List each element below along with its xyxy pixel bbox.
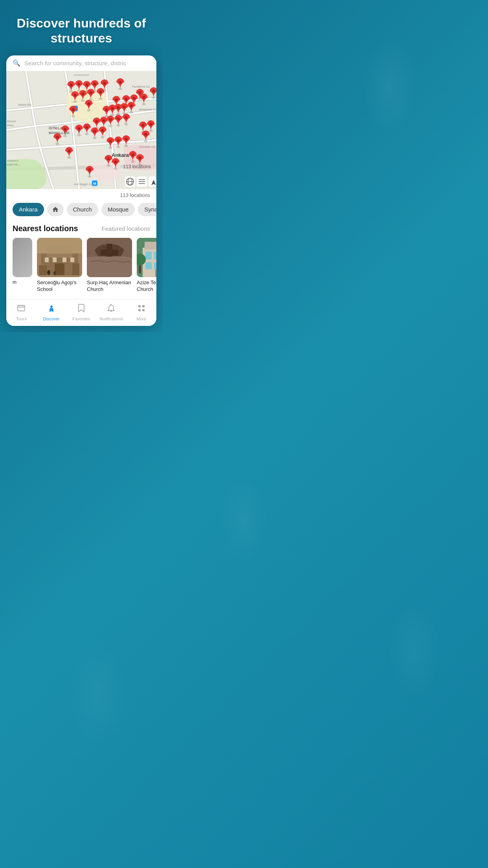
svg-text:Ankara: Ankara (112, 152, 129, 158)
svg-point-72 (109, 118, 112, 121)
svg-point-86 (101, 129, 104, 132)
svg-point-62 (130, 104, 133, 107)
svg-rect-131 (70, 257, 74, 262)
svg-point-66 (88, 102, 90, 105)
svg-point-90 (150, 123, 152, 125)
svg-point-100 (68, 149, 71, 152)
svg-text:Atatürk Blv.: Atatürk Blv. (18, 103, 32, 106)
svg-point-133 (53, 271, 56, 275)
serceoglu-name: Serceoğlu Agop's School (37, 280, 82, 293)
svg-point-175 (50, 305, 53, 308)
svg-point-112 (88, 168, 91, 171)
nav-favorites[interactable]: Favorites (70, 303, 93, 321)
location-card-partial[interactable]: m (13, 238, 32, 293)
nav-favorites-label: Favorites (72, 316, 90, 321)
azize-name: Azize Tereza Church (137, 280, 156, 293)
svg-point-98 (125, 138, 128, 140)
svg-rect-150 (155, 269, 156, 277)
nav-notifications[interactable]: Notifications (99, 303, 123, 321)
svg-point-48 (125, 97, 128, 100)
bottom-sheet: 113 locations Ankara Church Mosque Synag… (6, 189, 156, 299)
svg-point-24 (78, 83, 81, 85)
svg-point-34 (74, 94, 77, 96)
svg-point-54 (105, 108, 108, 111)
surphac-name: Surp Haç Armenian Church (87, 280, 132, 293)
nearest-locations-title: Nearest locations (13, 224, 78, 233)
section-header: Nearest locations Featured locations (6, 219, 156, 236)
svg-rect-134 (37, 238, 82, 254)
svg-rect-176 (138, 305, 141, 307)
svg-point-102 (107, 157, 110, 160)
svg-point-58 (117, 106, 120, 109)
svg-point-96 (117, 139, 120, 142)
svg-point-40 (99, 90, 102, 93)
svg-point-76 (125, 116, 128, 119)
location-card-serceoglu[interactable]: Serceoğlu Agop's School (37, 238, 82, 293)
favorites-icon (77, 303, 86, 315)
filter-row: Ankara Church Mosque Synagogue (6, 200, 156, 219)
svg-rect-147 (154, 262, 156, 269)
svg-point-60 (123, 105, 126, 108)
location-card-surphac[interactable]: Surp Haç Armenian Church (87, 238, 132, 293)
svg-rect-121 (149, 177, 156, 187)
svg-point-38 (90, 91, 92, 94)
svg-text:Ankara H: Ankara H (7, 159, 18, 162)
svg-point-110 (56, 136, 59, 138)
location-card-azize[interactable]: Azize Tereza Church (137, 238, 156, 293)
svg-rect-146 (145, 262, 152, 269)
map-view[interactable]: İSTİKLAL MAHALLESİ Ankara Ahlatlıbel Cd.… (6, 71, 156, 189)
svg-text:M: M (93, 182, 96, 186)
filter-chip-mosque[interactable]: Mosque (101, 203, 135, 216)
svg-point-106 (132, 153, 134, 156)
filter-chip-ankara[interactable]: Ankara (13, 203, 44, 216)
svg-point-132 (47, 270, 50, 275)
featured-locations-link[interactable]: Featured locations (102, 225, 150, 232)
svg-point-70 (103, 119, 105, 122)
svg-rect-142 (145, 252, 152, 259)
nav-tours-label: Tours (16, 316, 27, 321)
svg-text:Pantderesi Cd.: Pantderesi Cd. (132, 85, 150, 88)
svg-text:inası): inası) (7, 124, 14, 127)
svg-point-36 (82, 92, 84, 95)
filter-chip-home[interactable] (47, 203, 64, 216)
discover-icon (47, 303, 56, 315)
svg-point-78 (64, 128, 67, 131)
svg-point-104 (114, 160, 117, 163)
nav-tours[interactable]: Tours (9, 303, 33, 321)
svg-point-94 (109, 140, 112, 142)
svg-point-92 (145, 133, 147, 136)
svg-rect-152 (139, 265, 141, 273)
filter-chip-synagogue[interactable]: Synagogue (138, 203, 156, 216)
svg-rect-171 (18, 305, 25, 311)
svg-point-74 (117, 117, 120, 120)
svg-point-88 (142, 124, 145, 127)
svg-point-50 (133, 97, 136, 99)
svg-point-30 (103, 82, 106, 85)
map-drag-handle[interactable] (73, 74, 89, 76)
locations-row: m (6, 236, 156, 299)
svg-point-26 (86, 83, 88, 86)
filter-chip-church[interactable]: Church (67, 203, 98, 216)
partial-card-label: m (13, 280, 32, 286)
svg-rect-126 (72, 263, 79, 275)
nav-more[interactable]: More (130, 303, 153, 321)
location-count-row: 113 locations (6, 189, 156, 200)
more-icon (137, 303, 146, 315)
location-count-display: 113 locations (120, 192, 150, 198)
svg-text:Müzesi: Müzesi (7, 120, 16, 123)
svg-text:Anıt Saygın Cd.: Anıt Saygın Cd. (74, 183, 93, 186)
nav-discover-label: Discover (43, 316, 60, 321)
search-bar[interactable]: 🔍 Search for community, structure, distr… (6, 55, 156, 71)
svg-rect-179 (142, 309, 145, 311)
svg-point-28 (94, 83, 96, 85)
nav-more-label: More (136, 316, 146, 321)
app-card: 🔍 Search for community, structure, distr… (6, 55, 156, 326)
search-icon: 🔍 (13, 59, 20, 67)
svg-rect-141 (145, 242, 156, 250)
svg-point-32 (119, 81, 122, 83)
nav-discover[interactable]: Discover (40, 303, 63, 321)
svg-text:Ahlatlıbel Cd.: Ahlatlıbel Cd. (139, 108, 156, 111)
svg-point-84 (94, 130, 96, 132)
svg-text:Ulucanlar Cd.: Ulucanlar Cd. (139, 145, 156, 148)
svg-point-64 (72, 108, 75, 111)
